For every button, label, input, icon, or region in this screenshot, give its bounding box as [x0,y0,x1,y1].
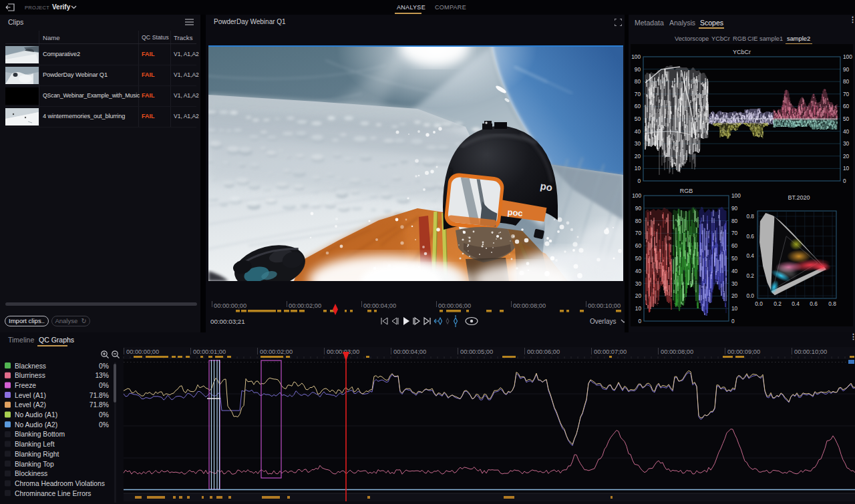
svg-text:60: 60 [635,103,641,109]
svg-text:0%: 0% [99,421,109,429]
svg-text:50: 50 [635,255,642,262]
svg-text:Blanking Bottom: Blanking Bottom [15,431,65,438]
svg-text:80: 80 [635,218,642,224]
svg-text:BT.2020: BT.2020 [788,194,810,201]
svg-text:Chroma Headroom Violations: Chroma Headroom Violations [15,480,105,487]
svg-text:00:00:08;00: 00:00:08;00 [513,302,546,309]
svg-text:10: 10 [843,165,850,172]
svg-text:0%: 0% [99,411,109,419]
svg-text:0.4: 0.4 [792,300,800,307]
svg-text:30: 30 [635,140,641,147]
svg-text:90: 90 [843,66,850,73]
svg-text:00:00:10;00: 00:00:10;00 [588,302,621,309]
svg-text:13%: 13% [95,372,109,379]
svg-text:100: 100 [731,192,741,199]
svg-text:Blanking Left: Blanking Left [15,441,55,448]
svg-text:No Audio (A1): No Audio (A1) [15,411,57,419]
svg-text:100: 100 [843,53,852,60]
svg-text:100: 100 [631,53,641,60]
svg-text:0.2: 0.2 [746,272,754,279]
svg-text:40: 40 [635,268,642,274]
svg-text:50: 50 [731,255,738,262]
svg-text:20: 20 [843,153,850,160]
svg-text:00:00:02;00: 00:00:02;00 [289,302,321,309]
svg-text:80: 80 [635,78,641,85]
svg-text:0.2: 0.2 [774,300,782,307]
svg-text:Freeze: Freeze [15,382,36,389]
svg-text:0: 0 [731,318,735,324]
svg-text:00:00:05;00: 00:00:05;00 [460,348,493,355]
svg-text:00:00:04;00: 00:00:04;00 [363,302,396,309]
svg-text:Overlays: Overlays [590,318,616,325]
svg-text:00:00:04;00: 00:00:04;00 [393,348,426,355]
svg-text:YCbCr: YCbCr [733,49,751,55]
svg-text:00:00:02;00: 00:00:02;00 [260,348,293,355]
svg-text:10: 10 [635,165,641,172]
svg-text:10: 10 [635,305,642,312]
svg-text:71.8%: 71.8% [90,401,109,409]
svg-text:20: 20 [731,292,738,299]
svg-text:70: 70 [843,91,850,97]
svg-text:00:00:01;00: 00:00:01;00 [193,348,226,355]
svg-text:po: po [539,180,553,194]
svg-text:50: 50 [635,115,641,122]
svg-text:20: 20 [635,292,642,299]
svg-text:00:00:06;00: 00:00:06;00 [527,348,560,355]
svg-text:60: 60 [635,242,642,249]
svg-text:00:00:10;00: 00:00:10;00 [794,348,827,355]
svg-text:70: 70 [731,230,738,236]
svg-text:Chrominance Line Errors: Chrominance Line Errors [15,490,91,497]
svg-text:00:00:08;00: 00:00:08;00 [661,348,693,355]
svg-text:10: 10 [731,305,738,312]
svg-text:0.6: 0.6 [746,233,754,240]
svg-text:40: 40 [843,128,850,135]
svg-text:60: 60 [731,242,738,249]
svg-text:Blockiness: Blockiness [15,470,47,477]
svg-text:70: 70 [635,91,641,97]
svg-text:90: 90 [731,205,738,212]
svg-text:90: 90 [635,205,642,212]
svg-text:Blanking Top: Blanking Top [15,461,54,468]
svg-text:RGB: RGB [680,188,693,194]
svg-text:00:00:00;00: 00:00:00;00 [214,302,246,309]
svg-text:00:00:09;00: 00:00:09;00 [727,348,760,355]
svg-text:30: 30 [731,280,738,287]
svg-text:80: 80 [843,78,850,85]
svg-text:0.8: 0.8 [746,213,754,220]
svg-text:0.6: 0.6 [810,300,818,307]
svg-text:00:00:06;00: 00:00:06;00 [438,302,471,309]
svg-text:20: 20 [635,153,641,160]
svg-text:30: 30 [843,140,850,147]
svg-text:0%: 0% [99,362,109,370]
svg-text:0: 0 [638,318,641,324]
svg-text:poc: poc [507,207,523,218]
svg-text:71.8%: 71.8% [90,392,109,399]
svg-text:70: 70 [635,230,642,236]
svg-text:60: 60 [843,103,850,109]
svg-text:0.0: 0.0 [755,300,763,307]
svg-text:Blurriness: Blurriness [15,372,45,379]
svg-text:80: 80 [731,218,738,224]
svg-text:40: 40 [635,128,641,135]
svg-text:00:00:03;21: 00:00:03;21 [210,318,245,325]
svg-text:No Audio (A2): No Audio (A2) [15,421,57,429]
svg-text:90: 90 [635,66,641,73]
svg-text:0: 0 [637,178,641,184]
svg-text:Blanking Right: Blanking Right [15,451,59,458]
svg-text:Level (A2): Level (A2) [15,401,46,409]
svg-text:Blackness: Blackness [15,362,46,370]
svg-text:00:00:07;00: 00:00:07;00 [594,348,627,355]
svg-text:30: 30 [635,280,642,287]
svg-text:0.4: 0.4 [746,252,754,259]
svg-text:100: 100 [632,192,641,199]
svg-text:0: 0 [843,178,846,184]
svg-text:0.8: 0.8 [828,300,836,307]
svg-text:40: 40 [731,268,738,274]
svg-text:0%: 0% [99,382,109,389]
svg-text:0.0: 0.0 [746,292,754,299]
svg-text:50: 50 [843,115,850,122]
svg-text:Level (A1): Level (A1) [15,392,46,399]
svg-text:00:00:00;00: 00:00:00;00 [126,348,159,355]
